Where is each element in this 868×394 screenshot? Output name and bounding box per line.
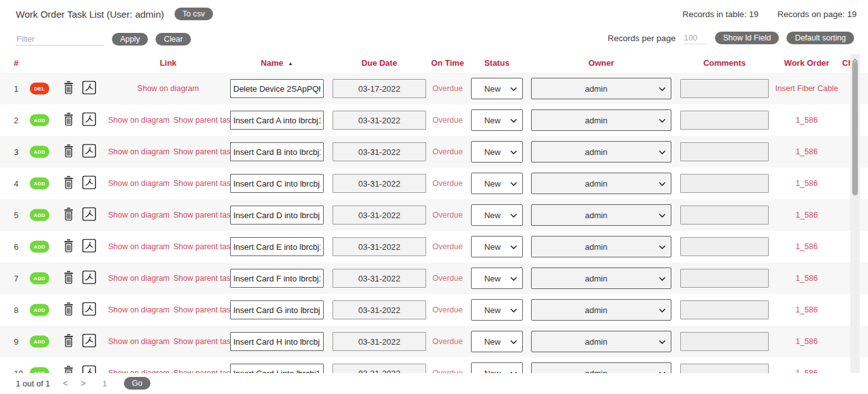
status-select[interactable]: New [471, 362, 523, 373]
owner-select[interactable]: admin [531, 173, 671, 194]
name-input[interactable] [230, 269, 324, 288]
diagram-link[interactable]: Show on diagram [108, 369, 169, 373]
work-order-link[interactable]: 1_586 [796, 274, 818, 283]
column-header-status[interactable]: Status [471, 58, 523, 68]
column-header-link[interactable]: Link [106, 58, 230, 68]
owner-select[interactable]: admin [531, 204, 671, 226]
next-page-button[interactable]: > [80, 378, 85, 388]
owner-select[interactable]: admin [531, 299, 671, 321]
column-header-name[interactable]: Name ▲ [230, 58, 324, 68]
diagram-link[interactable]: Show parent task [173, 211, 235, 219]
owner-select[interactable]: admin [531, 141, 671, 163]
work-order-link[interactable]: 1_586 [796, 242, 818, 251]
vertical-scrollbar[interactable] [850, 54, 860, 373]
owner-select[interactable]: admin [531, 78, 671, 99]
scroll-up-icon[interactable] [852, 55, 859, 61]
diagram-link[interactable]: Show parent task [173, 116, 235, 125]
page-number-input[interactable] [99, 379, 111, 388]
column-header-num[interactable]: # [14, 58, 18, 68]
due-date-input[interactable] [333, 79, 426, 98]
diagram-link[interactable]: Show on diagram [108, 242, 169, 251]
diagram-link[interactable]: Show on diagram [108, 211, 169, 219]
due-date-input[interactable] [333, 142, 426, 161]
comments-input[interactable] [680, 300, 769, 319]
work-order-link[interactable]: 1_586 [796, 211, 818, 219]
diagram-link[interactable]: Show parent task [173, 305, 235, 314]
work-order-link[interactable]: 1_586 [796, 337, 818, 346]
go-button[interactable]: Go [124, 377, 151, 390]
status-select[interactable]: New [471, 204, 523, 226]
delete-row-button[interactable] [62, 302, 75, 319]
owner-select[interactable]: admin [531, 109, 671, 131]
export-pdf-button[interactable] [82, 334, 96, 350]
comments-input[interactable] [680, 364, 769, 373]
filter-input[interactable] [16, 33, 104, 46]
name-input[interactable] [230, 364, 324, 373]
status-select[interactable]: New [471, 173, 523, 194]
delete-row-button[interactable] [62, 80, 75, 97]
due-date-input[interactable] [333, 300, 426, 319]
diagram-link[interactable]: Show on diagram [108, 305, 169, 314]
comments-input[interactable] [680, 332, 769, 351]
prev-page-button[interactable]: < [63, 378, 68, 388]
delete-row-button[interactable] [62, 238, 75, 255]
delete-row-button[interactable] [62, 112, 75, 129]
comments-input[interactable] [680, 269, 769, 288]
export-pdf-button[interactable] [82, 239, 96, 255]
due-date-input[interactable] [333, 111, 426, 130]
name-input[interactable] [230, 237, 324, 256]
show-id-field-button[interactable]: Show Id Field [715, 32, 779, 44]
owner-select[interactable]: admin [531, 236, 671, 257]
due-date-input[interactable] [333, 332, 426, 351]
to-csv-button[interactable]: To csv [174, 8, 213, 20]
status-select[interactable]: New [471, 331, 523, 352]
delete-row-button[interactable] [62, 175, 75, 192]
column-header-on-time[interactable]: On Time [429, 58, 467, 68]
due-date-input[interactable] [333, 269, 426, 288]
export-pdf-button[interactable] [82, 144, 96, 160]
export-pdf-button[interactable] [82, 366, 96, 374]
delete-row-button[interactable] [62, 144, 75, 161]
owner-select[interactable]: admin [531, 331, 671, 352]
comments-input[interactable] [680, 174, 769, 193]
export-pdf-button[interactable] [82, 271, 96, 286]
status-select[interactable]: New [471, 236, 523, 257]
name-input[interactable] [230, 142, 324, 161]
comments-input[interactable] [680, 237, 769, 256]
name-input[interactable] [230, 174, 324, 193]
name-input[interactable] [230, 79, 324, 98]
work-order-link[interactable]: 1_586 [796, 147, 818, 156]
column-header-owner[interactable]: Owner [531, 58, 671, 68]
status-select[interactable]: New [471, 268, 523, 289]
diagram-link[interactable]: Show on diagram [108, 179, 169, 188]
delete-row-button[interactable] [62, 365, 75, 374]
export-pdf-button[interactable] [82, 81, 96, 97]
diagram-link[interactable]: Show on diagram [108, 116, 169, 125]
clear-button[interactable]: Clear [156, 33, 191, 46]
work-order-link[interactable]: 1_586 [796, 369, 818, 373]
comments-input[interactable] [680, 142, 769, 161]
column-header-comments[interactable]: Comments [680, 58, 769, 68]
comments-input[interactable] [680, 79, 769, 98]
delete-row-button[interactable] [62, 207, 75, 224]
due-date-input[interactable] [333, 237, 426, 256]
diagram-link[interactable]: Show on diagram [108, 274, 169, 283]
work-order-link[interactable]: 1_586 [796, 305, 818, 314]
work-order-link[interactable]: Insert Fiber Cable [775, 84, 838, 93]
column-header-work-order[interactable]: Work Order [766, 58, 847, 68]
work-order-link[interactable]: 1_586 [796, 179, 818, 188]
export-pdf-button[interactable] [82, 207, 96, 223]
name-input[interactable] [230, 111, 324, 130]
name-input[interactable] [230, 206, 324, 225]
comments-input[interactable] [680, 111, 769, 130]
export-pdf-button[interactable] [82, 113, 96, 128]
diagram-link[interactable]: Show on diagram [137, 84, 199, 93]
status-select[interactable]: New [471, 78, 523, 99]
export-pdf-button[interactable] [82, 302, 96, 318]
name-input[interactable] [230, 300, 324, 319]
status-select[interactable]: New [471, 141, 523, 163]
due-date-input[interactable] [333, 174, 426, 193]
status-select[interactable]: New [471, 109, 523, 131]
due-date-input[interactable] [333, 206, 426, 225]
work-order-link[interactable]: 1_586 [796, 116, 818, 125]
